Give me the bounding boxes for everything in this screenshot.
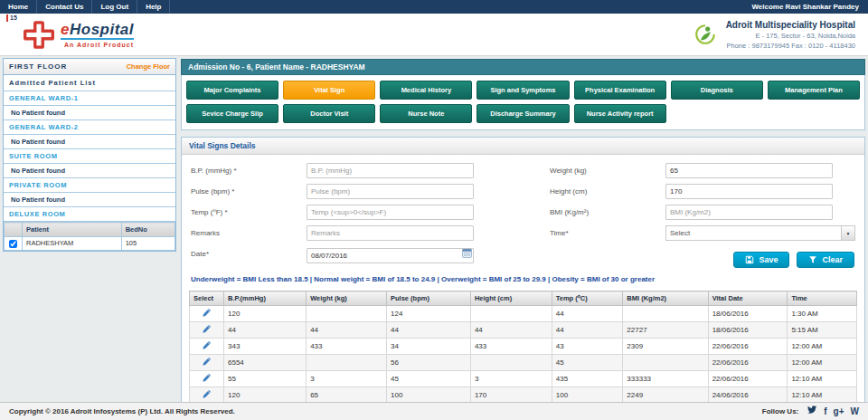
bp-input[interactable] xyxy=(307,163,474,178)
vital-col-header-vital-date: Vital Date xyxy=(708,291,788,306)
height-input[interactable] xyxy=(665,184,833,199)
time-select[interactable]: Select ▼ xyxy=(665,225,855,241)
vital-col-header-time: Time xyxy=(788,291,857,306)
red-cross-icon xyxy=(24,21,54,49)
admitted-patient-table: Patient BedNo RADHESHYAM105 xyxy=(4,222,175,251)
hospital-name: Adroit Multispeciality Hospital xyxy=(726,20,855,30)
twitter-icon[interactable] xyxy=(807,405,817,418)
vital-cell: 5:15 AM xyxy=(788,322,857,339)
patient-bed: 105 xyxy=(121,237,175,251)
vital-cell xyxy=(470,355,552,371)
patient-checkbox[interactable] xyxy=(9,240,17,248)
pulse-input[interactable] xyxy=(307,184,474,199)
vital-cell: 1:30 AM xyxy=(788,306,857,322)
topbar-link-contact-us[interactable]: Contact Us xyxy=(37,0,92,14)
vital-cell: 44 xyxy=(387,322,471,339)
temp-input[interactable] xyxy=(307,205,474,220)
topbar-link-log-out[interactable]: Log Out xyxy=(92,0,137,14)
vital-cell: 22/06/2016 xyxy=(708,355,788,371)
vital-signs-title: Vital Signs Details xyxy=(182,138,864,155)
bedno-col-header: BedNo xyxy=(121,223,175,237)
vital-cell: 24/06/2016 xyxy=(708,387,788,404)
vital-cell: 18/06/2016 xyxy=(708,306,788,322)
edit-icon[interactable] xyxy=(202,340,212,350)
vital-cell xyxy=(307,306,387,322)
wordpress-icon[interactable]: W xyxy=(851,406,859,417)
nav-button-sevice-charge-slip[interactable]: Sevice Charge Slip xyxy=(186,104,278,123)
sidebar-header: FIRST FLOOR Change Floor xyxy=(4,59,175,75)
topbar-link-help[interactable]: Help xyxy=(137,0,170,14)
edit-icon[interactable] xyxy=(202,373,212,383)
clear-button[interactable]: Clear xyxy=(797,252,854,268)
nav-button-major-complaints[interactable]: Major Complaints xyxy=(186,81,278,100)
vital-cell: 433 xyxy=(470,339,552,355)
vital-row: 44444444442272718/06/20165:15 AM xyxy=(190,322,857,339)
nav-button-nurse-note[interactable]: Nurse Note xyxy=(380,104,472,123)
temp-label: Temp (⁰F) * xyxy=(191,208,307,216)
nav-button-diagnosis[interactable]: Diagnosis xyxy=(671,81,763,100)
edit-icon[interactable] xyxy=(202,324,212,334)
brand-e: e xyxy=(61,21,70,38)
weight-input[interactable] xyxy=(665,163,833,178)
sidebar-ward-general-ward-2[interactable]: GENERAL WARD-2 xyxy=(4,120,175,135)
pulse-label: Pulse (bpm) * xyxy=(191,187,307,196)
top-nav-bar: HomeContact UsLog OutHelp Welcome Ravi S… xyxy=(0,0,868,14)
sidebar-ward-general-ward-1[interactable]: GENERAL WARD-1 xyxy=(4,91,175,106)
ward-status: No Patient found xyxy=(4,193,175,207)
patient-col-header: Patient xyxy=(23,223,122,237)
edit-icon[interactable] xyxy=(202,308,212,318)
welcome-text: Welcome Ravi Shankar Pandey xyxy=(751,3,868,11)
weight-label: Weight (kg) xyxy=(550,167,665,175)
bmi-legend-note: Underweight = BMI Less than 18.5 | Norma… xyxy=(182,268,864,287)
vital-cell xyxy=(470,306,552,322)
brand-name: Hospital xyxy=(70,21,134,38)
vital-row: 1201244418/06/20161:30 AM xyxy=(190,306,857,322)
bmi-label: BMI (Kg/m²) xyxy=(550,208,665,216)
sidebar-ward-deluxe-room[interactable]: DELUXE ROOM xyxy=(4,207,175,222)
vital-cell xyxy=(307,355,387,371)
vital-cell: 3 xyxy=(307,371,387,387)
floor-title: FIRST FLOOR xyxy=(9,62,67,71)
admission-header: Admission No - 6, Patient Name - RADHESH… xyxy=(181,59,865,75)
nav-button-discharge-summary[interactable]: Discharge Summary xyxy=(476,104,569,123)
nav-button-physical-examination[interactable]: Physical Examination xyxy=(574,81,666,100)
facebook-icon[interactable]: f xyxy=(824,406,826,417)
nav-button-management-plan[interactable]: Management Plan xyxy=(768,81,860,100)
edit-icon[interactable] xyxy=(202,357,212,367)
vital-row: 55345343533333322/06/201612:10 AM xyxy=(190,371,857,387)
nav-button-vital-sign[interactable]: Vital Sign xyxy=(283,81,375,100)
chevron-down-icon: ▼ xyxy=(841,226,854,240)
admitted-patient-list-title: Admitted Patient List xyxy=(4,75,175,91)
hospital-phone: Phone : 9873179945 Fax : 0120 - 4118430 xyxy=(726,42,855,50)
nav-button-nurse-activity-report[interactable]: Nurse Activity report xyxy=(574,104,666,123)
sidebar-ward-private-room[interactable]: PRIVATE ROOM xyxy=(4,178,175,193)
vital-cell: 22727 xyxy=(623,322,708,339)
vital-col-header-b-p-mmhg-: B.P.(mmHg) xyxy=(224,291,307,306)
vital-cell: 44 xyxy=(552,306,623,322)
hospital-address: E - 175, Sector - 63, Noida,Noida xyxy=(726,32,855,40)
remarks-input[interactable] xyxy=(307,225,474,241)
vital-cell: 12:10 AM xyxy=(788,387,857,404)
vital-table-head-row: SelectB.P.(mmHg)Weight (kg)Pulse (bpm)He… xyxy=(190,291,857,306)
ward-list: GENERAL WARD-1No Patient foundGENERAL WA… xyxy=(4,91,175,222)
nav-button-sign-and-symptoms[interactable]: Sign and Symptoms xyxy=(476,81,569,100)
vital-cell: 120 xyxy=(224,306,307,322)
patient-nav-panel: Major ComplaintsVital SignMedical Histor… xyxy=(181,75,865,130)
change-floor-link[interactable]: Change Floor xyxy=(127,62,170,71)
edit-icon[interactable] xyxy=(202,389,212,399)
bp-label: B.P. (mmHg) * xyxy=(191,167,307,175)
bmi-input[interactable] xyxy=(665,205,833,220)
vital-cell: 12:00 AM xyxy=(788,355,857,371)
sidebar-ward-suite-room[interactable]: SUITE ROOM xyxy=(4,149,175,164)
date-input[interactable] xyxy=(307,248,474,263)
social-icons: fg+W xyxy=(807,405,859,418)
vital-cell: 34 xyxy=(387,339,471,355)
google-plus-icon[interactable]: g+ xyxy=(834,406,844,417)
save-button[interactable]: Save xyxy=(733,252,789,268)
nav-button-medical-history[interactable]: Medical History xyxy=(380,81,472,100)
topbar-link-home[interactable]: Home xyxy=(0,0,37,14)
nav-button-doctor-visit[interactable]: Doctor Visit xyxy=(283,104,375,123)
calendar-icon[interactable] xyxy=(462,248,472,258)
vital-cell: 6554 xyxy=(224,355,307,371)
vital-cell: 44 xyxy=(224,322,307,339)
